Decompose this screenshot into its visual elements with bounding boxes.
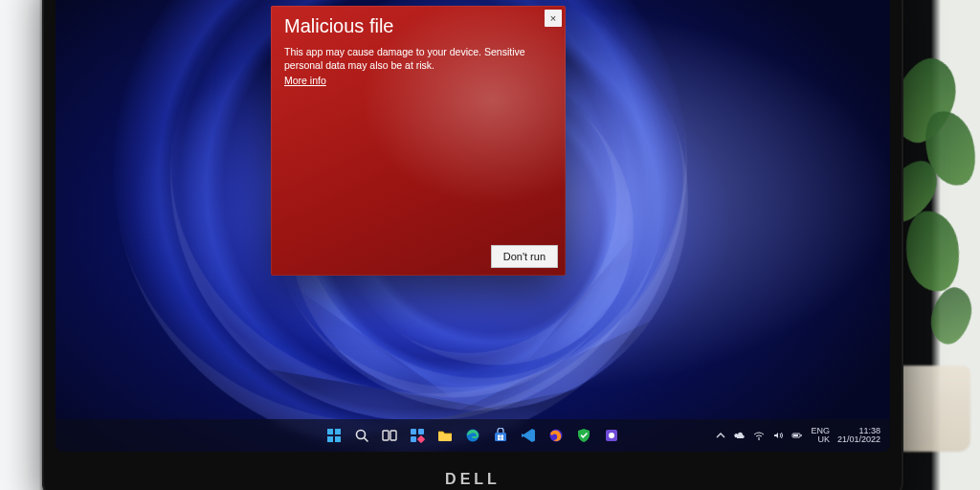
laptop: DELL Malicious file × This app may cause… [42,0,903,490]
edge-icon [465,428,480,443]
app-icon [604,428,619,443]
store-button[interactable] [490,425,511,446]
svg-rect-8 [411,429,416,434]
dialog-body: This app may cause damage to your device… [271,41,566,92]
svg-rect-0 [327,429,333,434]
store-icon [493,428,508,443]
svg-rect-1 [335,429,341,434]
svg-rect-2 [327,436,333,442]
dialog-footer: Don't run [271,237,566,276]
svg-point-21 [759,439,761,441]
svg-point-20 [609,433,614,438]
svg-line-5 [365,438,368,442]
photo-scene: DELL Malicious file × This app may cause… [0,0,980,490]
plant-leaf [901,208,964,296]
svg-rect-10 [411,436,416,442]
widgets-icon [410,428,425,443]
firefox-button[interactable] [546,425,567,446]
malicious-file-dialog: Malicious file × This app may cause dama… [271,6,566,276]
battery-tray-icon[interactable] [791,430,803,441]
task-view-icon [382,428,397,443]
plant-pot [894,366,970,452]
svg-rect-3 [335,436,341,442]
plant-leaf [925,283,977,348]
language-indicator[interactable]: ENG UK [811,427,830,445]
task-view-button[interactable] [379,425,400,446]
dialog-titlebar: Malicious file × [271,6,566,41]
taskbar: ENG UK 11:38 21/01/2022 [56,419,890,452]
system-tray: ENG UK 11:38 21/01/2022 [715,419,880,452]
svg-rect-24 [801,434,802,436]
svg-rect-23 [793,434,798,436]
firefox-icon [548,428,564,443]
clock-date: 21/01/2022 [837,435,880,444]
svg-rect-11 [417,435,425,443]
svg-rect-14 [498,435,501,438]
folder-icon [437,428,453,443]
pinned-app-button[interactable] [573,425,594,446]
tray-chevron-up-icon[interactable] [715,430,726,441]
dialog-title: Malicious file [284,15,552,37]
svg-rect-15 [501,435,503,438]
svg-rect-13 [495,433,506,441]
vscode-icon [521,428,536,443]
dialog-close-button[interactable]: × [545,10,562,27]
svg-rect-6 [383,431,389,440]
svg-rect-7 [390,431,396,440]
edge-button[interactable] [462,425,483,446]
search-button[interactable] [351,425,372,446]
windows-icon [326,428,342,443]
start-button[interactable] [323,425,345,446]
vscode-button[interactable] [518,425,539,446]
widgets-button[interactable] [407,425,428,446]
svg-rect-17 [501,437,503,440]
svg-rect-16 [498,437,501,440]
pinned-app-button-2[interactable] [601,425,622,446]
clock[interactable]: 11:38 21/01/2022 [837,427,880,445]
windows-desktop: Malicious file × This app may cause dama… [56,0,890,452]
laptop-brand-logo: DELL [445,471,501,488]
network-tray-icon[interactable] [753,430,765,441]
volume-tray-icon[interactable] [772,430,784,441]
file-explorer-button[interactable] [434,425,456,446]
more-info-link[interactable]: More info [284,74,326,87]
shield-icon [576,428,591,443]
language-line2: UK [811,435,830,444]
onedrive-tray-icon[interactable] [734,430,746,441]
taskbar-center-icons [323,425,622,446]
dialog-body-text: This app may cause damage to your device… [284,46,525,71]
dont-run-button[interactable]: Don't run [491,245,558,268]
search-icon [354,428,369,443]
svg-rect-9 [418,429,424,434]
